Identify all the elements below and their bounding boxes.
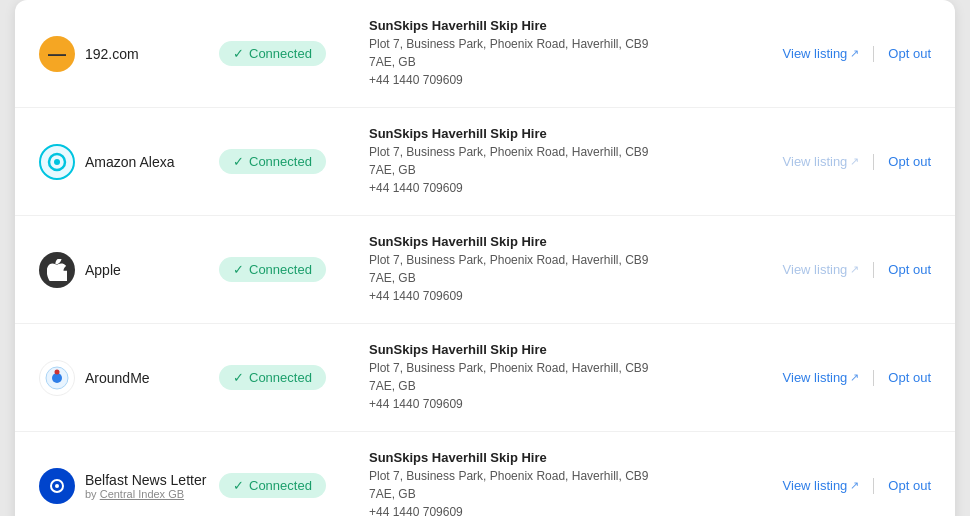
vertical-divider [873,370,874,386]
name-wrap-belfast-news-letter: Belfast News Letterby Central Index GB [85,472,206,500]
col-actions-amazon-alexa: View listing ↗Opt out [783,154,931,170]
status-label-192com: Connected [249,46,312,61]
status-label-amazon-alexa: Connected [249,154,312,169]
listing-address-amazon-alexa: Plot 7, Business Park, Phoenix Road, Hav… [369,143,763,197]
name-wrap-apple: Apple [85,262,121,278]
check-icon: ✓ [233,154,244,169]
vertical-divider [873,46,874,62]
col-logo-192com: —192.com [39,36,219,72]
listing-title-aroundme: SunSkips Haverhill Skip Hire [369,342,763,357]
provider-name-aroundme: AroundMe [85,370,150,386]
listings-card: —192.com✓ConnectedSunSkips Haverhill Ski… [15,0,955,516]
external-link-icon: ↗ [850,263,859,276]
external-link-icon: ↗ [850,479,859,492]
view-listing-label-aroundme: View listing [783,370,848,385]
listing-address-belfast-news-letter: Plot 7, Business Park, Phoenix Road, Hav… [369,467,763,516]
view-listing-label-belfast-news-letter: View listing [783,478,848,493]
check-icon: ✓ [233,478,244,493]
status-label-apple: Connected [249,262,312,277]
col-logo-apple: Apple [39,252,219,288]
status-badge-apple: ✓Connected [219,257,326,282]
vertical-divider [873,154,874,170]
listing-address-192com: Plot 7, Business Park, Phoenix Road, Hav… [369,35,763,89]
col-info-aroundme: SunSkips Haverhill Skip HirePlot 7, Busi… [349,342,783,413]
external-link-icon: ↗ [850,371,859,384]
listing-address-apple: Plot 7, Business Park, Phoenix Road, Hav… [369,251,763,305]
opt-out-link-192com[interactable]: Opt out [888,46,931,61]
provider-sub-belfast-news-letter: by Central Index GB [85,488,206,500]
name-wrap-aroundme: AroundMe [85,370,150,386]
svg-point-7 [55,484,59,488]
listing-row-apple: Apple✓ConnectedSunSkips Haverhill Skip H… [15,216,955,324]
col-actions-apple: View listing ↗Opt out [783,262,931,278]
external-link-icon: ↗ [850,155,859,168]
listing-title-apple: SunSkips Haverhill Skip Hire [369,234,763,249]
col-status-192com: ✓Connected [219,41,349,66]
listing-address-aroundme: Plot 7, Business Park, Phoenix Road, Hav… [369,359,763,413]
status-badge-amazon-alexa: ✓Connected [219,149,326,174]
opt-out-link-aroundme[interactable]: Opt out [888,370,931,385]
view-listing-label-amazon-alexa: View listing [783,154,848,169]
view-listing-link-belfast-news-letter[interactable]: View listing ↗ [783,478,860,493]
col-info-belfast-news-letter: SunSkips Haverhill Skip HirePlot 7, Busi… [349,450,783,516]
check-icon: ✓ [233,262,244,277]
vertical-divider [873,262,874,278]
col-actions-aroundme: View listing ↗Opt out [783,370,931,386]
listing-row-belfast-news-letter: Belfast News Letterby Central Index GB✓C… [15,432,955,516]
col-logo-aroundme: AroundMe [39,360,219,396]
status-badge-aroundme: ✓Connected [219,365,326,390]
check-icon: ✓ [233,46,244,61]
col-actions-belfast-news-letter: View listing ↗Opt out [783,478,931,494]
provider-name-apple: Apple [85,262,121,278]
logo-icon-belfast [39,468,75,504]
listing-row-aroundme: AroundMe✓ConnectedSunSkips Haverhill Ski… [15,324,955,432]
provider-sub-link-belfast-news-letter[interactable]: Central Index GB [100,488,184,500]
opt-out-link-belfast-news-letter[interactable]: Opt out [888,478,931,493]
listing-title-belfast-news-letter: SunSkips Haverhill Skip Hire [369,450,763,465]
view-listing-link-amazon-alexa: View listing ↗ [783,154,860,169]
col-status-belfast-news-letter: ✓Connected [219,473,349,498]
view-listing-link-192com[interactable]: View listing ↗ [783,46,860,61]
external-link-icon: ↗ [850,47,859,60]
listing-title-amazon-alexa: SunSkips Haverhill Skip Hire [369,126,763,141]
col-info-192com: SunSkips Haverhill Skip HirePlot 7, Busi… [349,18,783,89]
opt-out-link-apple[interactable]: Opt out [888,262,931,277]
view-listing-link-apple: View listing ↗ [783,262,860,277]
name-wrap-192com: 192.com [85,46,139,62]
logo-icon-192: — [39,36,75,72]
listing-row-amazon-alexa: Amazon Alexa✓ConnectedSunSkips Haverhill… [15,108,955,216]
status-badge-belfast-news-letter: ✓Connected [219,473,326,498]
col-actions-192com: View listing ↗Opt out [783,46,931,62]
listing-row-192com: —192.com✓ConnectedSunSkips Haverhill Ski… [15,0,955,108]
status-label-belfast-news-letter: Connected [249,478,312,493]
vertical-divider [873,478,874,494]
col-info-apple: SunSkips Haverhill Skip HirePlot 7, Busi… [349,234,783,305]
col-logo-belfast-news-letter: Belfast News Letterby Central Index GB [39,468,219,504]
logo-icon-alexa [39,144,75,180]
col-status-aroundme: ✓Connected [219,365,349,390]
check-icon: ✓ [233,370,244,385]
col-status-amazon-alexa: ✓Connected [219,149,349,174]
opt-out-link-amazon-alexa[interactable]: Opt out [888,154,931,169]
logo-icon-apple [39,252,75,288]
view-listing-link-aroundme[interactable]: View listing ↗ [783,370,860,385]
col-info-amazon-alexa: SunSkips Haverhill Skip HirePlot 7, Busi… [349,126,783,197]
status-badge-192com: ✓Connected [219,41,326,66]
logo-icon-aroundme [39,360,75,396]
listing-title-192com: SunSkips Haverhill Skip Hire [369,18,763,33]
name-wrap-amazon-alexa: Amazon Alexa [85,154,175,170]
provider-name-192com: 192.com [85,46,139,62]
view-listing-label-apple: View listing [783,262,848,277]
svg-point-1 [54,159,60,165]
view-listing-label-192com: View listing [783,46,848,61]
svg-point-4 [55,369,60,374]
col-logo-amazon-alexa: Amazon Alexa [39,144,219,180]
col-status-apple: ✓Connected [219,257,349,282]
provider-name-amazon-alexa: Amazon Alexa [85,154,175,170]
status-label-aroundme: Connected [249,370,312,385]
provider-name-belfast-news-letter: Belfast News Letter [85,472,206,488]
